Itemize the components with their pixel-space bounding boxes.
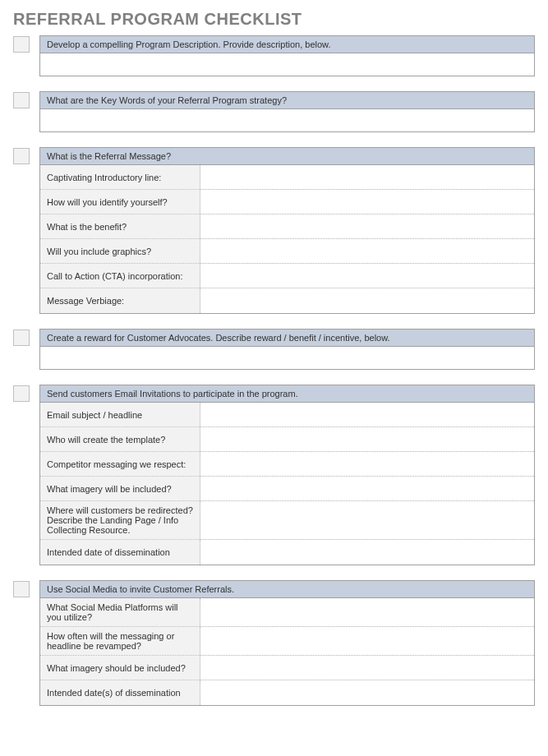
row-label: Who will create the template? xyxy=(40,427,200,451)
checkbox[interactable] xyxy=(13,581,30,597)
checklist-section: What are the Key Words of your Referral … xyxy=(13,91,535,132)
checkbox[interactable] xyxy=(13,92,30,108)
row-label: Where will customers be redirected? Desc… xyxy=(40,501,200,539)
section-header: What is the Referral Message? xyxy=(39,147,535,165)
checkbox[interactable] xyxy=(13,330,30,346)
row-label: Intended date(s) of dissemination xyxy=(40,680,200,705)
row-input[interactable] xyxy=(200,190,534,214)
row-label: How often will the messaging or headline… xyxy=(40,627,200,655)
section-body: Develop a compelling Program Description… xyxy=(39,35,535,76)
table-row: Competitor messaging we respect: xyxy=(40,452,534,477)
table-row: Call to Action (CTA) incorporation: xyxy=(40,264,534,288)
row-label: Captivating Introductory line: xyxy=(40,165,200,189)
table-row: How will you identify yourself? xyxy=(40,190,534,214)
row-input[interactable] xyxy=(200,477,534,500)
section-header: Create a reward for Customer Advocates. … xyxy=(39,329,535,347)
row-label: Email subject / headline xyxy=(40,403,200,426)
checklist-section: What is the Referral Message?Captivating… xyxy=(13,147,535,314)
checkbox[interactable] xyxy=(13,385,30,402)
section-header: Develop a compelling Program Description… xyxy=(39,35,535,53)
row-input[interactable] xyxy=(200,540,534,565)
row-input[interactable] xyxy=(200,452,534,476)
row-input[interactable] xyxy=(200,656,534,680)
table-row: What imagery should be included? xyxy=(40,656,534,680)
section-body: Use Social Media to invite Customer Refe… xyxy=(39,580,535,706)
section-body: Create a reward for Customer Advocates. … xyxy=(39,329,535,370)
sub-table: What Social Media Platforms will you uti… xyxy=(39,598,535,706)
row-label: Message Verbiage: xyxy=(40,288,200,313)
row-input[interactable] xyxy=(200,214,534,238)
section-body: What are the Key Words of your Referral … xyxy=(39,91,535,132)
text-input-area[interactable] xyxy=(39,53,535,76)
row-input[interactable] xyxy=(200,627,534,655)
table-row: What is the benefit? xyxy=(40,214,534,239)
row-input[interactable] xyxy=(200,264,534,288)
sub-table: Captivating Introductory line:How will y… xyxy=(39,165,535,314)
row-label: What is the benefit? xyxy=(40,214,200,238)
page-title: REFERRAL PROGRAM CHECKLIST xyxy=(13,10,535,29)
table-row: What Social Media Platforms will you uti… xyxy=(40,598,534,627)
checkbox[interactable] xyxy=(13,148,30,164)
row-input[interactable] xyxy=(200,427,534,451)
table-row: What imagery will be included? xyxy=(40,477,534,501)
row-label: How will you identify yourself? xyxy=(40,190,200,214)
row-input[interactable] xyxy=(200,239,534,263)
table-row: How often will the messaging or headline… xyxy=(40,627,534,656)
checkbox[interactable] xyxy=(13,36,30,53)
table-row: Captivating Introductory line: xyxy=(40,165,534,190)
section-header: Send customers Email Invitations to part… xyxy=(39,385,535,403)
checklist-section: Develop a compelling Program Description… xyxy=(13,35,535,76)
checklist-section: Send customers Email Invitations to part… xyxy=(13,385,535,565)
row-input[interactable] xyxy=(200,288,534,313)
row-input[interactable] xyxy=(200,680,534,705)
table-row: Who will create the template? xyxy=(40,427,534,452)
text-input-area[interactable] xyxy=(39,109,535,132)
sub-table: Email subject / headlineWho will create … xyxy=(39,403,535,565)
row-input[interactable] xyxy=(200,598,534,626)
section-body: Send customers Email Invitations to part… xyxy=(39,385,535,565)
section-header: Use Social Media to invite Customer Refe… xyxy=(39,580,535,598)
section-body: What is the Referral Message?Captivating… xyxy=(39,147,535,314)
row-label: What Social Media Platforms will you uti… xyxy=(40,598,200,626)
table-row: Will you include graphics? xyxy=(40,239,534,264)
row-label: What imagery should be included? xyxy=(40,656,200,680)
table-row: Intended date(s) of dissemination xyxy=(40,680,534,705)
text-input-area[interactable] xyxy=(39,347,535,370)
table-row: Email subject / headline xyxy=(40,403,534,427)
checklist-section: Use Social Media to invite Customer Refe… xyxy=(13,580,535,706)
row-label: What imagery will be included? xyxy=(40,477,200,500)
table-row: Message Verbiage: xyxy=(40,288,534,313)
row-label: Competitor messaging we respect: xyxy=(40,452,200,476)
row-label: Intended date of dissemination xyxy=(40,540,200,565)
table-row: Where will customers be redirected? Desc… xyxy=(40,501,534,540)
row-label: Will you include graphics? xyxy=(40,239,200,263)
row-input[interactable] xyxy=(200,165,534,189)
row-input[interactable] xyxy=(200,403,534,426)
row-label: Call to Action (CTA) incorporation: xyxy=(40,264,200,288)
checklist-section: Create a reward for Customer Advocates. … xyxy=(13,329,535,370)
row-input[interactable] xyxy=(200,501,534,539)
section-header: What are the Key Words of your Referral … xyxy=(39,91,535,109)
table-row: Intended date of dissemination xyxy=(40,540,534,565)
